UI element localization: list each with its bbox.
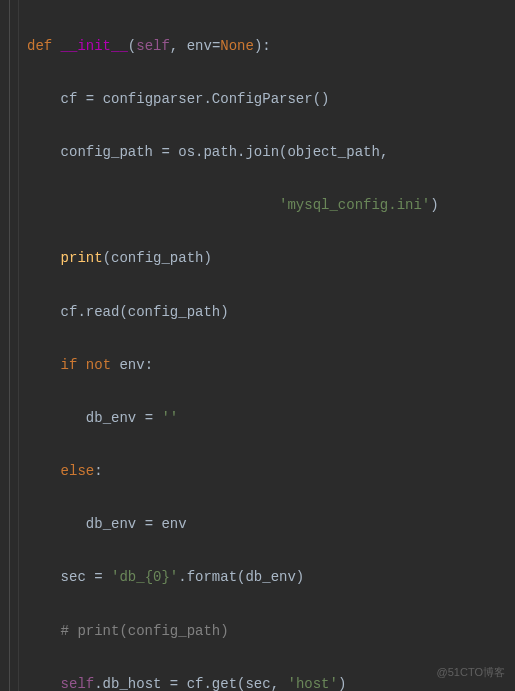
gutter bbox=[0, 0, 19, 691]
code-line: db_env = '' bbox=[27, 405, 515, 432]
code-line: else: bbox=[27, 458, 515, 485]
code-line: db_env = env bbox=[27, 511, 515, 538]
code-editor[interactable]: def __init__(self, env=None): cf = confi… bbox=[0, 0, 515, 691]
code-line: cf = configparser.ConfigParser() bbox=[27, 86, 515, 113]
code-line: print(config_path) bbox=[27, 245, 515, 272]
code-line: cf.read(config_path) bbox=[27, 299, 515, 326]
code-line: # print(config_path) bbox=[27, 618, 515, 645]
watermark: @51CTO博客 bbox=[437, 662, 505, 683]
code-area[interactable]: def __init__(self, env=None): cf = confi… bbox=[19, 0, 515, 691]
code-line: def __init__(self, env=None): bbox=[27, 33, 515, 60]
code-line: sec = 'db_{0}'.format(db_env) bbox=[27, 564, 515, 591]
code-line: if not env: bbox=[27, 352, 515, 379]
code-line: 'mysql_config.ini') bbox=[27, 192, 515, 219]
code-line: config_path = os.path.join(object_path, bbox=[27, 139, 515, 166]
